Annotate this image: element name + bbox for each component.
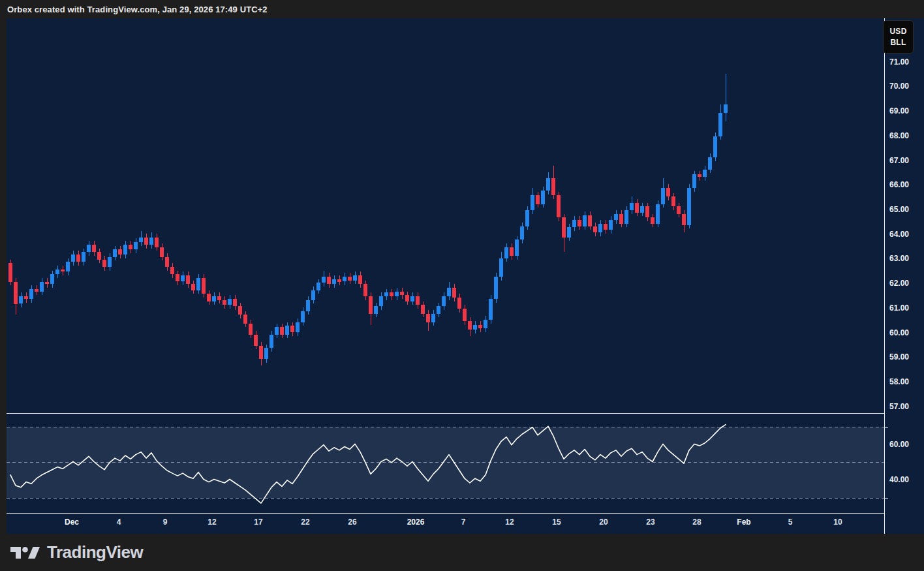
candle-body — [316, 283, 320, 290]
candle-body — [447, 288, 451, 296]
candle-body — [87, 245, 91, 252]
attribution-text: Orbex created with TradingView.com, Jan … — [0, 5, 268, 14]
candle-body — [400, 292, 404, 296]
candle-body — [238, 306, 242, 315]
candle-body — [390, 292, 393, 296]
symbol-badge-line1: USD — [889, 27, 906, 36]
candle-body — [290, 326, 294, 332]
candle-body — [478, 325, 482, 329]
candle-body — [129, 245, 132, 250]
candle-body — [19, 296, 23, 303]
tradingview-chart-page: { "header": { "text": "Orbex created wit… — [0, 0, 924, 571]
candle-body — [452, 288, 456, 298]
candle-body — [327, 277, 331, 284]
tradingview-logo-icon — [10, 542, 40, 564]
candle-body — [614, 214, 618, 220]
time-tick-label: 20 — [589, 517, 618, 527]
candle-body — [270, 335, 273, 348]
candle-body — [223, 300, 226, 305]
time-tick-label: 7 — [449, 517, 478, 527]
candle-body — [280, 327, 284, 334]
candle-body — [682, 214, 686, 225]
candle-body — [233, 299, 237, 306]
time-tick-label: 26 — [338, 517, 367, 527]
price-axis-label: 67.00 — [889, 156, 909, 165]
candle-body — [45, 282, 49, 285]
price-axis[interactable]: 71.0070.0069.0068.0067.0066.0065.0064.00… — [885, 18, 924, 534]
candle-body — [264, 348, 268, 359]
candle-body — [468, 321, 472, 330]
candle-body — [703, 170, 707, 177]
price-axis-label: 58.00 — [889, 377, 909, 386]
candle-body — [499, 258, 503, 277]
candle-body — [651, 217, 654, 223]
candle-body — [384, 292, 388, 296]
price-axis-label: 68.00 — [889, 131, 909, 140]
candle-body — [35, 289, 38, 292]
candlestick-pane[interactable] — [7, 18, 884, 413]
candle-body — [29, 289, 33, 299]
time-tick-label: 10 — [824, 517, 852, 527]
symbol-badge: USD BLL — [883, 20, 914, 54]
candle-body — [170, 267, 174, 274]
candle-body — [489, 299, 493, 320]
candle-body — [473, 325, 477, 330]
candle-body — [118, 249, 122, 255]
footer-bar: TradingView — [0, 534, 924, 571]
candle-body — [92, 245, 96, 252]
candle-body — [541, 191, 545, 204]
time-axis[interactable]: Dec4912172226202671215202328Feb510 — [7, 513, 884, 534]
candle-body — [144, 238, 148, 245]
candle-body — [108, 257, 112, 267]
candle-body — [624, 210, 628, 224]
candle-body — [165, 257, 169, 267]
candle-body — [635, 203, 639, 213]
candle-body — [645, 206, 649, 217]
candle-body — [567, 227, 571, 237]
candle-body — [374, 306, 378, 313]
candle-body — [609, 220, 613, 230]
candle-body — [557, 195, 561, 217]
candle-body — [285, 326, 289, 334]
candle-body — [510, 247, 514, 256]
candle-body — [348, 277, 352, 281]
candle-body — [551, 178, 555, 195]
candle-body — [50, 274, 54, 284]
price-axis-label: 57.00 — [889, 402, 909, 411]
chart-area: 71.0070.0069.0068.0067.0066.0065.0064.00… — [7, 18, 924, 534]
candle-body — [656, 204, 660, 224]
tradingview-logo[interactable]: TradingView — [0, 542, 143, 564]
candle-body — [598, 224, 602, 232]
candle-body — [228, 299, 232, 305]
candle-body — [426, 314, 430, 322]
time-tick-label: 23 — [636, 517, 665, 527]
candle-body — [484, 320, 487, 328]
indicator-axis-label: 40.00 — [889, 475, 909, 484]
candle-body — [692, 174, 696, 188]
candle-body — [525, 210, 529, 226]
price-axis-label: 71.00 — [889, 57, 909, 67]
candle-body — [583, 215, 587, 226]
candle-body — [301, 311, 305, 322]
candle-body — [630, 203, 634, 210]
price-axis-label: 66.00 — [889, 180, 909, 189]
candle-body — [160, 247, 164, 257]
time-tick-label: 28 — [683, 517, 711, 527]
candle-body — [332, 279, 336, 285]
candle-body — [358, 275, 362, 284]
time-tick-label: 15 — [542, 517, 571, 527]
tradingview-logo-text: TradingView — [47, 542, 143, 563]
time-tick-label: 12 — [495, 517, 524, 527]
time-tick-label: 9 — [151, 517, 179, 527]
candle-body — [55, 270, 59, 275]
candle-body — [337, 279, 341, 282]
candle-body — [243, 315, 247, 323]
pane-separator-top[interactable] — [7, 413, 884, 414]
candle-body — [698, 174, 701, 177]
candle-body — [431, 314, 435, 322]
candle-body — [457, 298, 461, 309]
candle-body — [724, 104, 728, 113]
rsi-indicator-pane[interactable] — [7, 413, 884, 513]
candle-body — [296, 322, 300, 332]
candle-body — [311, 290, 315, 300]
